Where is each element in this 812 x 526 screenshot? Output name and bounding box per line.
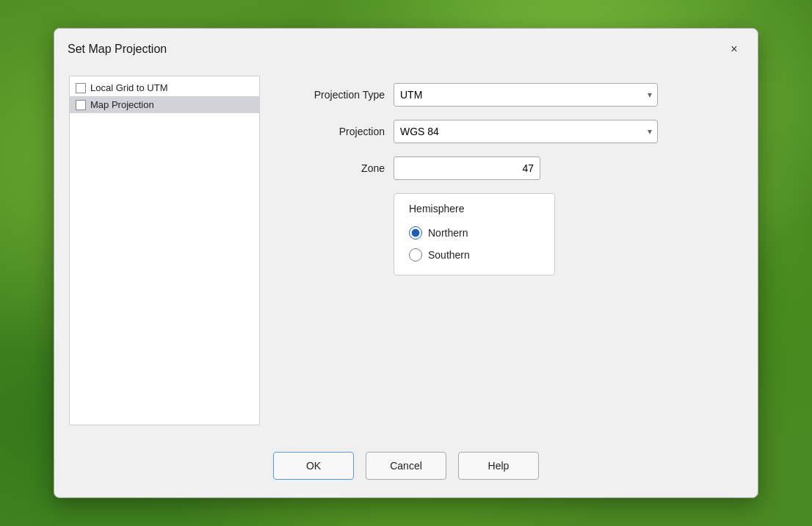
zone-label: Zone — [275, 162, 385, 174]
right-panel: Projection Type UTM Geographic State Pla… — [275, 76, 743, 425]
projection-select[interactable]: WGS 84 NAD83 NAD27 — [394, 120, 658, 143]
dialog-body: Local Grid to UTM Map Projection Project… — [54, 68, 758, 440]
hemisphere-southern-radio[interactable] — [409, 248, 422, 262]
projection-label: Projection — [275, 126, 385, 137]
dialog-title: Set Map Projection — [68, 43, 167, 56]
close-button[interactable]: × — [724, 39, 744, 60]
tree-item-icon-2 — [76, 100, 86, 110]
left-panel: Local Grid to UTM Map Projection — [69, 76, 260, 425]
hemisphere-label: Hemisphere — [409, 203, 540, 215]
help-button[interactable]: Help — [458, 452, 539, 480]
tree-item-icon — [76, 83, 86, 93]
tree-item-local-grid[interactable]: Local Grid to UTM — [70, 79, 259, 96]
dialog-backdrop: Set Map Projection × Local Grid to UTM M… — [0, 0, 812, 526]
tree-item-label-2: Map Projection — [90, 99, 154, 110]
projection-type-row: Projection Type UTM Geographic State Pla… — [275, 83, 743, 107]
projection-type-label: Projection Type — [275, 89, 385, 101]
projection-type-select-wrapper: UTM Geographic State Plane ▾ — [394, 83, 658, 107]
zone-row: Zone — [275, 156, 743, 180]
projection-type-select[interactable]: UTM Geographic State Plane — [394, 83, 658, 107]
hemisphere-southern-option[interactable]: Southern — [409, 244, 540, 266]
hemisphere-northern-label: Northern — [428, 227, 468, 239]
projection-select-wrapper: WGS 84 NAD83 NAD27 ▾ — [394, 120, 658, 143]
tree-item-label: Local Grid to UTM — [90, 82, 167, 93]
hemisphere-group: Hemisphere Northern Southern — [394, 193, 555, 275]
projection-row: Projection WGS 84 NAD83 NAD27 ▾ — [275, 120, 743, 143]
hemisphere-northern-option[interactable]: Northern — [409, 222, 540, 244]
zone-input[interactable] — [394, 156, 540, 180]
dialog: Set Map Projection × Local Grid to UTM M… — [54, 28, 758, 498]
tree-item-map-projection[interactable]: Map Projection — [70, 96, 259, 113]
dialog-footer: OK Cancel Help — [54, 440, 758, 497]
hemisphere-southern-label: Southern — [428, 249, 470, 261]
title-bar: Set Map Projection × — [54, 29, 758, 68]
cancel-button[interactable]: Cancel — [366, 452, 446, 480]
hemisphere-northern-radio[interactable] — [409, 226, 422, 239]
ok-button[interactable]: OK — [273, 452, 354, 480]
